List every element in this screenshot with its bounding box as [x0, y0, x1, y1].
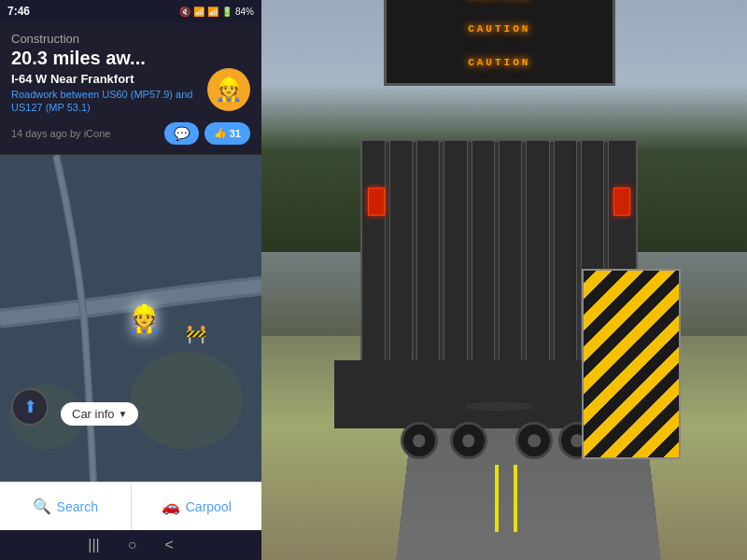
crash-attenuator	[582, 269, 681, 459]
secondary-marker: 🚧	[186, 324, 206, 344]
info-avatar: 👷	[207, 68, 250, 111]
carpool-icon: 🚗	[162, 497, 180, 515]
info-category: Construction	[11, 32, 250, 46]
dropdown-icon: ▼	[119, 409, 128, 419]
stake-2	[412, 141, 417, 373]
system-nav: ||| ○ <	[0, 530, 261, 560]
info-description: Roadwork between US60 (MP57.9) and US127…	[11, 88, 200, 115]
tail-light-right	[613, 188, 630, 216]
tail-light-left	[368, 188, 385, 216]
photo-background: CAUTION CAUTION CAUTION	[261, 0, 747, 560]
carpool-label: Carpool	[186, 499, 232, 514]
stake-6	[521, 141, 527, 373]
status-bar: 7:46 🔇 📶 📶 🔋 84%	[0, 0, 261, 22]
worker-emoji: 👷	[215, 77, 243, 103]
truck-logo	[466, 401, 532, 412]
led-line-1: CAUTION	[468, 0, 530, 1]
search-icon: 🔍	[33, 497, 51, 515]
info-road: I-64 W Near Frankfort	[11, 72, 200, 86]
signal-icon: 📶	[207, 7, 218, 17]
info-actions: 💬 👍 31	[164, 122, 250, 145]
wheel-1	[401, 422, 438, 459]
like-icon: 👍	[214, 127, 227, 139]
stake-8	[576, 141, 582, 373]
stake-3	[439, 141, 444, 373]
mute-icon: 🔇	[179, 7, 190, 17]
road-line-2	[514, 465, 517, 532]
phone-panel: 7:46 🔇 📶 📶 🔋 84% Construction 20.3 miles…	[0, 0, 261, 560]
led-sign: CAUTION CAUTION CAUTION	[384, 0, 615, 86]
like-count: 31	[230, 128, 241, 139]
info-text-block: I-64 W Near Frankfort Roadwork between U…	[11, 72, 200, 115]
wifi-icon: 📶	[193, 7, 204, 17]
search-nav-item[interactable]: 🔍 Search	[0, 483, 132, 530]
wheel-2	[450, 422, 487, 459]
info-footer: 14 days ago by iCone 💬 👍 31	[11, 122, 250, 145]
car-info-label: Car info	[72, 407, 115, 421]
compass-button[interactable]: ⬆	[11, 388, 49, 426]
status-icons: 🔇 📶 📶 🔋 84%	[179, 7, 254, 17]
road-line	[495, 465, 499, 532]
stake-1	[385, 141, 390, 373]
search-label: Search	[57, 499, 98, 514]
battery-icon: 🔋	[221, 7, 233, 17]
battery-percent: 84%	[235, 7, 254, 17]
recent-apps-button[interactable]: |||	[88, 537, 99, 553]
stake-7	[549, 141, 555, 373]
svg-point-1	[131, 351, 243, 449]
map-area[interactable]: 👷 🚧 ⬆ Car info ▼	[0, 155, 261, 482]
stake-4	[467, 141, 472, 373]
info-distance: 20.3 miles aw...	[11, 48, 250, 69]
status-time: 7:46	[7, 5, 30, 18]
car-info-button[interactable]: Car info ▼	[61, 402, 138, 426]
truck-body: CAUTION CAUTION CAUTION	[334, 78, 665, 459]
info-row: I-64 W Near Frankfort Roadwork between U…	[11, 72, 250, 115]
like-button[interactable]: 👍 31	[204, 122, 250, 145]
info-card: Construction 20.3 miles aw... I-64 W Nea…	[0, 22, 261, 155]
comment-button[interactable]: 💬	[164, 122, 199, 145]
home-button[interactable]: ○	[128, 537, 137, 553]
stake-5	[494, 141, 500, 373]
construction-truck: CAUTION CAUTION CAUTION	[334, 78, 665, 459]
construction-marker[interactable]: 👷	[128, 302, 161, 333]
led-line-3: CAUTION	[468, 57, 530, 68]
wheel-3	[515, 422, 553, 459]
info-time-ago: 14 days ago by iCone	[11, 128, 110, 139]
carpool-nav-item[interactable]: 🚗 Carpool	[132, 483, 262, 530]
bottom-nav: 🔍 Search 🚗 Carpool	[0, 482, 261, 530]
back-button[interactable]: <	[164, 537, 173, 553]
photo-panel: CAUTION CAUTION CAUTION	[261, 0, 747, 560]
led-line-2: CAUTION	[468, 23, 530, 35]
